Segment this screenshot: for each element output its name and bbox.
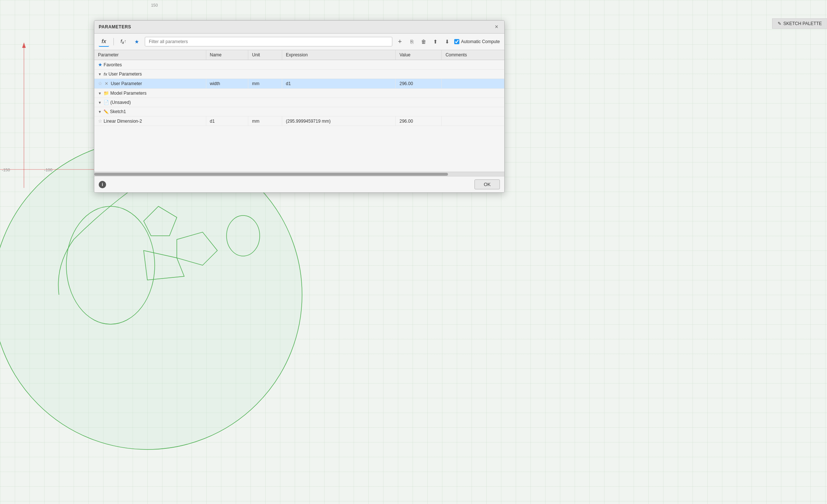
table-header-row: Parameter Name Unit Expression Value Com…	[94, 50, 504, 60]
favorites-section-row: ★ Favorites	[94, 60, 504, 70]
sketch-palette-button[interactable]: ✎ SKETCH PALETTE	[772, 18, 827, 29]
trash-icon: 🗑	[421, 39, 426, 45]
unsaved-expander[interactable]: ▼	[98, 101, 102, 105]
axis-label-neg150: -150	[2, 168, 10, 172]
sort-button[interactable]: fx↑	[118, 36, 129, 47]
empty-row-1	[94, 126, 504, 172]
user-params-expander[interactable]: ▼	[98, 72, 102, 76]
dialog-close-button[interactable]: ×	[493, 24, 500, 30]
model-params-label: Model Parameters	[111, 91, 147, 96]
user-params-section-row: ▼ fx User Parameters	[94, 70, 504, 79]
sketch-palette-label: SKETCH PALETTE	[784, 21, 822, 26]
col-header-comments: Comments	[442, 50, 504, 60]
user-param-label: User Parameter	[111, 81, 142, 86]
user-param-star-icon[interactable]: ☆	[98, 81, 102, 86]
dialog-titlebar: PARAMETERS ×	[94, 21, 504, 34]
unsaved-label: (Unsaved)	[111, 100, 131, 105]
unsaved-section-cell: ▼ 📄 (Unsaved)	[94, 98, 504, 107]
sketch1-section-row: ▼ ✏️ Sketch1	[94, 107, 504, 116]
sketch1-expander[interactable]: ▼	[98, 110, 102, 114]
linear-dim-label: Linear Dimension-2	[104, 119, 142, 124]
parameters-dialog: PARAMETERS × fx fx↑ ★ + ⎘ 🗑 ⬆	[94, 20, 505, 193]
linear-dim-comments-cell	[442, 116, 504, 126]
user-params-label: User Parameters	[108, 71, 142, 77]
export-button[interactable]: ⬆	[431, 37, 440, 46]
col-header-unit: Unit	[248, 50, 282, 60]
fx-icon: fx	[102, 38, 106, 44]
axis-label-150: 150	[151, 3, 158, 7]
user-parameter-row[interactable]: ☆ ✕ User Parameter width mm d1 296.00	[94, 79, 504, 89]
linear-dim-name-cell: d1	[206, 116, 248, 126]
export-icon: ⬆	[433, 39, 438, 45]
params-table: Parameter Name Unit Expression Value Com…	[94, 50, 504, 172]
import-button[interactable]: ⬇	[442, 37, 452, 46]
favorites-label: Favorites	[104, 62, 122, 67]
model-params-section-row: ▼ 📁 Model Parameters	[94, 89, 504, 98]
star-icon: ★	[134, 39, 139, 45]
delete-button[interactable]: 🗑	[419, 37, 428, 46]
copy-button[interactable]: ⎘	[407, 37, 417, 46]
sketch1-icon: ✏️	[104, 109, 109, 114]
axis-label-neg100: -100	[44, 168, 52, 172]
add-icon: +	[398, 38, 402, 46]
params-table-container[interactable]: Parameter Name Unit Expression Value Com…	[94, 50, 504, 172]
info-button[interactable]: i	[99, 181, 106, 188]
copy-icon: ⎘	[410, 39, 413, 45]
user-param-unit-cell[interactable]: mm	[248, 79, 282, 89]
search-input[interactable]	[145, 37, 392, 46]
dialog-toolbar: fx fx↑ ★ + ⎘ 🗑 ⬆ ⬇	[94, 34, 504, 50]
horizontal-scrollbar[interactable]	[94, 172, 504, 176]
user-param-name-cell[interactable]: width	[206, 79, 248, 89]
model-params-expander[interactable]: ▼	[98, 91, 102, 95]
user-param-value-cell: 296.00	[396, 79, 442, 89]
favorites-section-cell: ★ Favorites	[94, 60, 504, 70]
favorites-button[interactable]: ★	[132, 36, 142, 47]
ok-button[interactable]: OK	[474, 179, 500, 189]
unsaved-folder-icon: 📄	[104, 100, 109, 105]
sort-icon: fx↑	[120, 39, 126, 45]
info-icon-text: i	[102, 182, 103, 187]
svg-marker-5	[22, 42, 26, 48]
auto-compute-label[interactable]: Automatic Compute	[454, 39, 500, 44]
add-parameter-button[interactable]: +	[395, 37, 405, 46]
col-header-name: Name	[206, 50, 248, 60]
linear-dim-expression-cell: (295.9999459719 mm)	[282, 116, 396, 126]
col-header-parameter: Parameter	[94, 50, 206, 60]
col-header-value: Value	[396, 50, 442, 60]
import-icon: ⬇	[445, 39, 449, 45]
linear-dim-value-cell: 296.00	[396, 116, 442, 126]
linear-dim-parameter-cell: ☆ Linear Dimension-2	[94, 116, 206, 126]
user-param-parameter-cell: ☆ ✕ User Parameter	[94, 79, 206, 89]
user-param-expression-cell[interactable]: d1	[282, 79, 396, 89]
user-param-comments-cell[interactable]	[442, 79, 504, 89]
sketch1-section-cell: ▼ ✏️ Sketch1	[94, 107, 504, 116]
sketch1-label: Sketch1	[110, 109, 126, 114]
linear-dim-star-icon[interactable]: ☆	[98, 118, 102, 124]
linear-dim-unit-cell: mm	[248, 116, 282, 126]
auto-compute-checkbox[interactable]	[454, 39, 459, 44]
auto-compute-text: Automatic Compute	[461, 39, 500, 44]
dialog-footer: i OK	[94, 176, 504, 192]
user-params-section-cell: ▼ fx User Parameters	[94, 70, 504, 79]
dialog-title: PARAMETERS	[99, 24, 131, 29]
user-param-delete-button[interactable]: ✕	[104, 81, 109, 87]
sketch-palette-icon: ✎	[778, 21, 781, 26]
linear-dimension-row[interactable]: ☆ Linear Dimension-2 d1 mm (295.99994597…	[94, 116, 504, 126]
toolbar-separator-1	[113, 38, 114, 45]
user-params-fx-icon: fx	[104, 72, 107, 76]
model-params-folder-icon: 📁	[104, 91, 109, 96]
col-header-expression: Expression	[282, 50, 396, 60]
unsaved-section-row: ▼ 📄 (Unsaved)	[94, 98, 504, 107]
fx-button[interactable]: fx	[99, 36, 109, 47]
scrollbar-thumb[interactable]	[94, 173, 448, 176]
model-params-section-cell: ▼ 📁 Model Parameters	[94, 89, 504, 98]
toolbar-actions: + ⎘ 🗑 ⬆ ⬇ Automatic Compute	[395, 37, 500, 46]
favorites-star-icon: ★	[98, 62, 102, 67]
